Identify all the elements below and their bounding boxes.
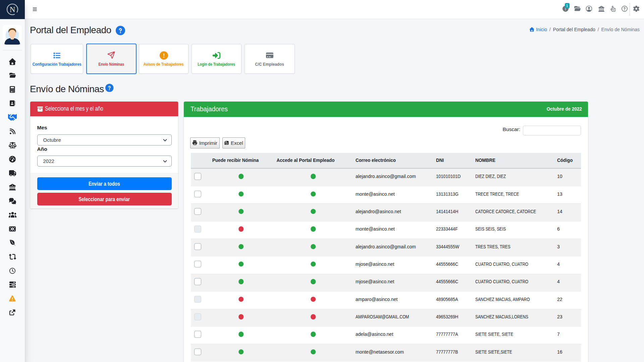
svg-text:N: N — [10, 5, 15, 14]
